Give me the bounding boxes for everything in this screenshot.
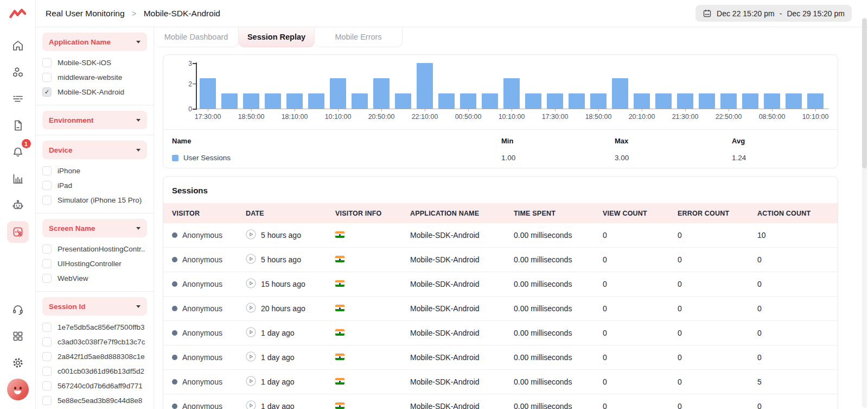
filter-header-screen-name[interactable]: Screen Name — [42, 219, 147, 237]
dashboards-icon[interactable] — [7, 168, 29, 190]
breadcrumb-section[interactable]: Real User Monitoring — [46, 9, 125, 18]
column-header-view-count[interactable]: VIEW COUNT — [603, 210, 678, 217]
page-scrollbar-track[interactable] — [862, 17, 867, 408]
chart-bar[interactable] — [221, 93, 238, 109]
checkbox-icon[interactable] — [42, 323, 52, 332]
chart-bar[interactable] — [395, 93, 411, 109]
filter-option-iphone[interactable]: iPhone — [42, 163, 147, 178]
checkbox-icon[interactable] — [42, 73, 52, 82]
filter-option-presentationhostingcontr[interactable]: PresentationHostingContr.. — [42, 242, 147, 256]
services-icon[interactable] — [7, 61, 29, 83]
column-header-visitor[interactable]: VISITOR — [172, 210, 246, 217]
settings-gear-icon[interactable] — [7, 352, 29, 374]
filter-header-environment[interactable]: Environment — [42, 111, 147, 129]
support-headset-icon[interactable] — [7, 299, 29, 320]
column-header-error-count[interactable]: ERROR COUNT — [678, 210, 757, 217]
chart-bar[interactable] — [503, 78, 520, 109]
checkbox-icon[interactable] — [42, 259, 52, 268]
chart-bar[interactable] — [265, 93, 281, 109]
logs-icon[interactable] — [7, 88, 29, 110]
column-header-application-name[interactable]: APPLICATION NAME — [410, 210, 514, 217]
filter-option-middleware-website[interactable]: middleware-website — [42, 70, 147, 85]
table-row[interactable]: Anonymous5 hours agoMobile-SDK-Android0.… — [163, 223, 838, 248]
play-session-icon[interactable] — [246, 303, 256, 314]
filter-option-simulator-iphone-15-pro[interactable]: Simulator (iPhone 15 Pro) — [42, 193, 147, 207]
chart-bar[interactable] — [612, 78, 628, 109]
filter-option-c001cb03d61d96b13df5d2[interactable]: c001cb03d61d96b13df5d2 — [42, 364, 147, 379]
column-header-date[interactable]: DATE — [246, 210, 335, 217]
chart-bar[interactable] — [720, 93, 737, 109]
chart-bar[interactable] — [438, 93, 455, 109]
column-header-visitor-info[interactable]: VISITOR INFO — [335, 210, 410, 217]
table-row[interactable]: Anonymous5 hours agoMobile-SDK-Android0.… — [163, 248, 838, 272]
chart-bar[interactable] — [742, 93, 758, 109]
filter-option-mobile-sdk-ios[interactable]: Mobile-SDK-iOS — [42, 55, 147, 70]
chart-bar[interactable] — [655, 93, 672, 109]
alerts-bell-icon[interactable]: 1 — [7, 141, 29, 163]
middleware-logo-icon[interactable] — [9, 8, 27, 22]
chart-bar[interactable] — [482, 93, 498, 109]
profile-avatar[interactable] — [7, 379, 29, 400]
chart-bar[interactable] — [243, 93, 259, 109]
play-session-icon[interactable] — [246, 254, 256, 266]
chart-bar[interactable] — [547, 93, 563, 109]
checkbox-icon[interactable] — [42, 58, 52, 67]
play-session-icon[interactable] — [246, 327, 256, 339]
checkbox-icon[interactable] — [42, 352, 52, 361]
chart-bar[interactable] — [460, 93, 476, 109]
date-range-picker[interactable]: Dec 22 15:20 pm - Dec 29 15:20 pm — [695, 5, 852, 22]
filter-option-uihostingcontroller[interactable]: UIHostingController — [42, 256, 147, 271]
filter-header-device[interactable]: Device — [42, 141, 147, 159]
checkbox-icon[interactable] — [42, 396, 52, 405]
document-icon[interactable] — [7, 115, 29, 136]
chart-bar[interactable] — [286, 93, 303, 109]
checkbox-icon[interactable] — [42, 196, 52, 205]
chart-bar[interactable] — [634, 93, 650, 109]
play-session-icon[interactable] — [246, 229, 256, 241]
chart-bar[interactable] — [373, 78, 390, 109]
table-row[interactable]: Anonymous1 day agoMobile-SDK-Android0.00… — [163, 370, 838, 394]
filter-option-ipad[interactable]: iPad — [42, 178, 147, 193]
column-header-time-spent[interactable]: TIME SPENT — [514, 210, 603, 217]
checkbox-icon[interactable] — [42, 337, 52, 347]
chart-bar[interactable] — [786, 93, 802, 109]
checkbox-icon[interactable] — [42, 274, 52, 283]
page-scrollbar-thumb[interactable] — [862, 18, 867, 168]
filter-option-2a842f1d5ae8d888308c1e[interactable]: 2a842f1d5ae8d888308c1e — [42, 349, 147, 364]
chart-bar[interactable] — [417, 63, 433, 109]
checkbox-icon[interactable] — [42, 381, 52, 391]
chart-bar[interactable] — [330, 78, 346, 109]
filter-option-5e88ec5ead3b89c44d8e8[interactable]: 5e88ec5ead3b89c44d8e8 — [42, 393, 147, 408]
chart-bar[interactable] — [764, 93, 780, 109]
play-session-icon[interactable] — [246, 278, 256, 290]
chart-bar[interactable] — [200, 78, 216, 109]
checkbox-checked-icon[interactable] — [42, 87, 52, 97]
play-session-icon[interactable] — [246, 376, 256, 388]
chart-bar[interactable] — [352, 93, 368, 109]
checkbox-icon[interactable] — [42, 166, 52, 175]
checkbox-icon[interactable] — [42, 181, 52, 190]
checkbox-icon[interactable] — [42, 244, 52, 254]
filter-header-application-name[interactable]: Application Name — [42, 33, 147, 51]
chart-bar[interactable] — [699, 93, 715, 109]
tab-mobile-dashboard[interactable]: Mobile Dashboard — [154, 27, 239, 47]
table-row[interactable]: Anonymous1 day agoMobile-SDK-Android0.00… — [163, 321, 838, 345]
filter-header-session-id[interactable]: Session Id — [42, 297, 147, 316]
filter-option-c3ad03c038f7e7f9cb13c7c[interactable]: c3ad03c038f7e7f9cb13c7c — [42, 335, 147, 349]
chart-bar[interactable] — [807, 93, 824, 109]
filter-option-1e7e5db5ac856ef7500ffb3[interactable]: 1e7e5db5ac856ef7500ffb3 — [42, 320, 147, 335]
chart-bar[interactable] — [525, 93, 541, 109]
play-session-icon[interactable] — [246, 351, 256, 363]
filter-option-567240c0d7b6d6aff9d771[interactable]: 567240c0d7b6d6aff9d771 — [42, 379, 147, 393]
ai-assistant-icon[interactable] — [7, 194, 29, 216]
chart-bar[interactable] — [677, 93, 693, 109]
table-row[interactable]: Anonymous15 hours agoMobile-SDK-Android0… — [163, 272, 838, 297]
table-row[interactable]: Anonymous1 day agoMobile-SDK-Android0.00… — [163, 394, 838, 409]
checkbox-icon[interactable] — [42, 367, 52, 376]
tab-mobile-errors[interactable]: Mobile Errors — [315, 27, 403, 47]
play-session-icon[interactable] — [246, 400, 256, 409]
rum-icon[interactable] — [7, 221, 29, 243]
filter-option-mobile-sdk-android[interactable]: Mobile-SDK-Android — [42, 85, 147, 99]
table-row[interactable]: Anonymous20 hours agoMobile-SDK-Android0… — [163, 297, 838, 321]
table-row[interactable]: Anonymous1 day agoMobile-SDK-Android0.00… — [163, 345, 838, 370]
